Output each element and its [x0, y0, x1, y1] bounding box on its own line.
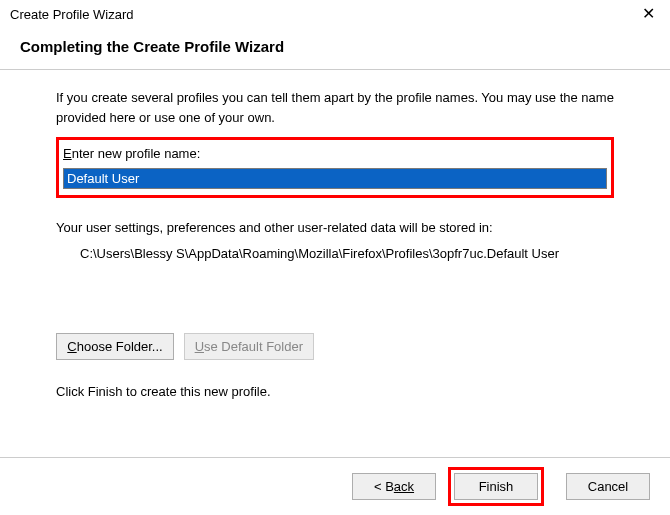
cancel-button[interactable]: Cancel [566, 473, 650, 500]
profile-name-highlight: Enter new profile name: [56, 137, 614, 198]
finish-highlight: Finish [448, 467, 544, 506]
wizard-header: Completing the Create Profile Wizard [0, 28, 670, 70]
wizard-footer: < Back Finish Cancel [0, 457, 670, 515]
choose-folder-button[interactable]: Choose Folder... [56, 333, 174, 360]
profile-name-field-wrap [63, 168, 607, 190]
titlebar: Create Profile Wizard ✕ [0, 0, 670, 28]
intro-text: If you create several profiles you can t… [56, 88, 614, 127]
profile-name-label: Enter new profile name: [63, 144, 200, 164]
finish-button[interactable]: Finish [454, 473, 538, 500]
wizard-content: If you create several profiles you can t… [0, 70, 670, 402]
use-default-folder-button[interactable]: Use Default Folder [184, 333, 314, 360]
window-title: Create Profile Wizard [10, 7, 134, 22]
store-location-text: Your user settings, preferences and othe… [56, 218, 614, 238]
profile-name-input[interactable] [64, 169, 606, 188]
wizard-header-title: Completing the Create Profile Wizard [20, 38, 284, 55]
back-button[interactable]: < Back [352, 473, 436, 500]
profile-path: C:\Users\Blessy S\AppData\Roaming\Mozill… [56, 244, 566, 264]
close-icon[interactable]: ✕ [636, 6, 660, 22]
click-finish-text: Click Finish to create this new profile. [56, 382, 614, 402]
folder-buttons-row: Choose Folder... Use Default Folder [56, 333, 614, 360]
